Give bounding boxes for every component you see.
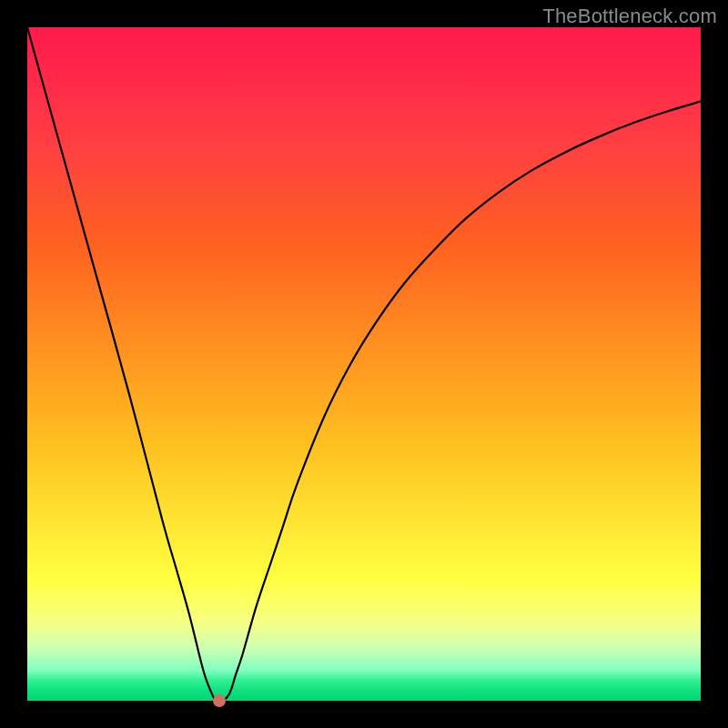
minimum-point-marker — [213, 694, 226, 707]
watermark-text: TheBottleneck.com — [542, 5, 717, 28]
plot-area — [27, 27, 701, 701]
chart-frame: TheBottleneck.com — [0, 0, 728, 728]
line-curve — [27, 27, 701, 701]
